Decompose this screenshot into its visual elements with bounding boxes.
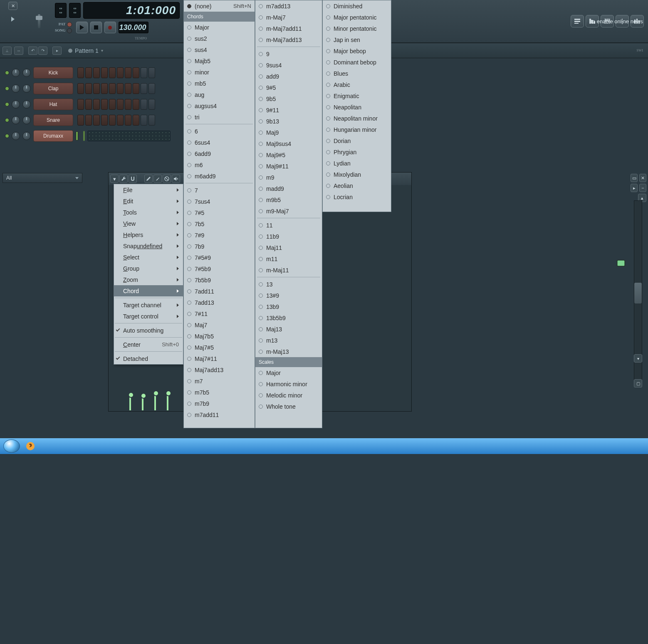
magnet-snap-icon[interactable] — [129, 175, 137, 183]
chord-option-maj11[interactable]: Maj11 — [255, 242, 322, 253]
chord-option-m7add11[interactable]: m7add11 — [184, 409, 255, 420]
step-button[interactable] — [133, 83, 139, 94]
chord-option-dominant-bebop[interactable]: Dominant bebop — [323, 57, 391, 68]
chord-option-locrian[interactable]: Locrian — [323, 191, 391, 202]
chord-option-7add13[interactable]: 7add13 — [184, 297, 255, 308]
channel-pan-knob[interactable] — [12, 100, 20, 109]
lcd-bars[interactable]: ▭▭ — [55, 3, 67, 18]
menu-item-view[interactable]: View — [114, 218, 183, 229]
record-button[interactable] — [104, 22, 116, 33]
menu-item-center[interactable]: CenterShift+0 — [114, 339, 183, 350]
chord-option-9[interactable]: 9 — [255, 48, 322, 59]
step-button[interactable] — [77, 67, 84, 78]
chord-option-9b5[interactable]: 9b5 — [255, 93, 322, 104]
delete-cross-icon[interactable] — [163, 175, 171, 183]
chord-option-melodic-minor[interactable]: Melodic minor — [255, 390, 322, 401]
menu-item-detached[interactable]: Detached — [114, 353, 183, 364]
chord-option-7b5[interactable]: 7b5 — [184, 218, 255, 229]
wrench-icon[interactable] — [119, 175, 128, 183]
chord-option-blues[interactable]: Blues — [323, 68, 391, 79]
step-button[interactable] — [77, 83, 84, 94]
step-button[interactable] — [117, 115, 124, 126]
step-button[interactable] — [109, 83, 116, 94]
chord-option-6[interactable]: 6 — [184, 126, 255, 137]
redo-arrow-icon[interactable]: ↷ — [38, 47, 47, 55]
step-button[interactable] — [77, 115, 84, 126]
chord-option-11[interactable]: 11 — [255, 220, 322, 231]
undo-arrow-icon[interactable]: ↶ — [28, 47, 37, 55]
menu-item-snap[interactable]: Snapundefined — [114, 240, 183, 252]
chord-option-7-5[interactable]: 7#5 — [184, 207, 255, 218]
channel-mute-led[interactable] — [5, 86, 9, 91]
step-button[interactable] — [85, 83, 92, 94]
chord-option-maj9-5[interactable]: Maj9#5 — [255, 149, 322, 160]
play-icon[interactable]: ▸ — [631, 184, 638, 192]
channel-name-button[interactable]: Drumaxx — [33, 130, 73, 142]
step-button[interactable] — [93, 83, 100, 94]
chord-option-mixolydian[interactable]: Mixolydian — [323, 169, 391, 180]
chord-option-sus2[interactable]: sus2 — [184, 33, 255, 44]
chord-option-m-maj13[interactable]: m-Maj13 — [255, 346, 322, 357]
channel-mute-led[interactable] — [5, 118, 9, 122]
chord-option-m7b9[interactable]: m7b9 — [184, 398, 255, 409]
chord-option-9-11[interactable]: 9#11 — [255, 104, 322, 116]
chord-option--none-[interactable]: (none)Shift+N — [184, 0, 255, 12]
step-button[interactable] — [101, 115, 108, 126]
menu-item-edit[interactable]: Edit — [114, 195, 183, 207]
chord-option-sus4[interactable]: sus4 — [184, 44, 255, 55]
fl-studio-task-icon[interactable] — [24, 440, 37, 452]
chord-option-7b5b9[interactable]: 7b5b9 — [184, 274, 255, 286]
minus-icon[interactable]: − — [639, 184, 646, 192]
play-small-icon[interactable]: ▸ — [52, 47, 62, 55]
step-button[interactable] — [93, 67, 100, 78]
stop-button[interactable] — [90, 22, 102, 33]
channel-pan-knob[interactable] — [12, 84, 20, 93]
menu-item-auto-smoothing[interactable]: Auto smoothing — [114, 325, 183, 336]
channel-name-button[interactable]: Snare — [33, 114, 73, 126]
tempo-lcd[interactable]: 130.000 — [119, 22, 148, 33]
velocity-bar[interactable] — [129, 394, 131, 410]
chord-option-13[interactable]: 13 — [255, 279, 322, 290]
chord-option-7-9[interactable]: 7#9 — [184, 229, 255, 241]
chord-option-7[interactable]: 7 — [184, 185, 255, 196]
chord-option-add9[interactable]: add9 — [255, 71, 322, 82]
step-button[interactable] — [148, 115, 155, 126]
chord-option-m6[interactable]: m6 — [184, 159, 255, 170]
chord-option-m-maj7[interactable]: m-Maj7 — [255, 12, 322, 23]
channel-name-button[interactable]: Kick — [33, 67, 73, 79]
chord-option-maj7-5[interactable]: Maj7#5 — [184, 342, 255, 353]
step-button[interactable] — [141, 115, 147, 126]
chord-option-7-5b9[interactable]: 7#5b9 — [184, 263, 255, 274]
menu-item-target-channel[interactable]: Target channel — [114, 299, 183, 311]
chord-option-7add11[interactable]: 7add11 — [184, 286, 255, 297]
chord-option-13b9[interactable]: 13b9 — [255, 301, 322, 312]
chord-option-maj7add13[interactable]: Maj7add13 — [184, 364, 255, 375]
chord-option-m-maj7add13[interactable]: m-Maj7add13 — [255, 34, 322, 45]
song-mode-led[interactable] — [67, 28, 72, 33]
menu-item-select[interactable]: Select — [114, 252, 183, 263]
mini-piano-preview[interactable] — [87, 131, 171, 141]
pat-mode-led[interactable] — [67, 22, 72, 27]
chord-option-maj9[interactable]: Maj9 — [255, 127, 322, 138]
menu-item-group[interactable]: Group — [114, 263, 183, 274]
step-button[interactable] — [117, 99, 124, 110]
chord-option-7-5-9[interactable]: 7#5#9 — [184, 252, 255, 263]
chord-option-13-9[interactable]: 13#9 — [255, 290, 322, 301]
chord-option-hungarian-minor[interactable]: Hungarian minor — [323, 124, 391, 135]
chord-option-m-maj7add11[interactable]: m-Maj7add11 — [255, 23, 322, 34]
lcd-step[interactable]: ▭▭ — [69, 3, 81, 18]
pin-icon[interactable]: ⟂ — [2, 47, 12, 55]
step-button[interactable] — [109, 99, 116, 110]
step-button[interactable] — [125, 67, 131, 78]
step-button[interactable] — [141, 83, 147, 94]
mute-speaker-icon[interactable] — [172, 175, 180, 183]
chord-option-major-bebop[interactable]: Major bebop — [323, 45, 391, 57]
step-button[interactable] — [77, 99, 84, 110]
chord-option-aeolian[interactable]: Aeolian — [323, 180, 391, 191]
vertical-scrollbar-thumb[interactable] — [634, 283, 642, 303]
channel-mute-led[interactable] — [5, 134, 9, 138]
step-button[interactable] — [85, 99, 92, 110]
channel-mute-led[interactable] — [5, 102, 9, 106]
step-button[interactable] — [85, 67, 92, 78]
step-button[interactable] — [109, 67, 116, 78]
